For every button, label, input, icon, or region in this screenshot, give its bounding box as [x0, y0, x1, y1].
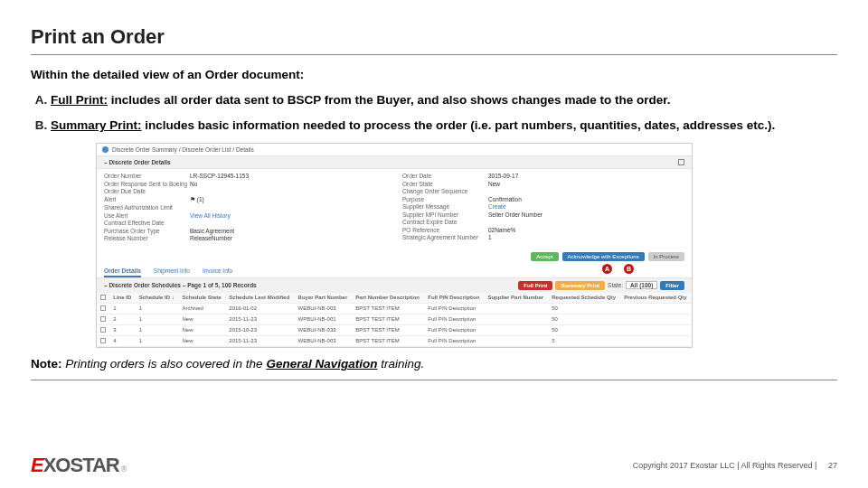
- field-value: LR-SSCP-12945-1153: [190, 173, 249, 179]
- field-row: Shared Authorization Limit: [104, 204, 386, 211]
- in-process-button[interactable]: In Process: [648, 252, 684, 261]
- state-select[interactable]: All (100): [626, 281, 657, 289]
- item-label: Summary Print:: [51, 118, 142, 132]
- cell: 4: [109, 335, 135, 346]
- cell: 2: [109, 314, 135, 324]
- table-row[interactable]: 31New2015-10-23WEBUI-NB-033BPST TEST ITE…: [97, 324, 692, 335]
- field-value: ⚑ (1): [190, 196, 204, 203]
- field-label: Strategic Agreement Number: [402, 234, 488, 240]
- cell: 1: [136, 335, 179, 346]
- column-header[interactable]: Buyer Part Number: [295, 293, 353, 304]
- copyright-text: Copyright 2017 Exostar LLC | All Rights …: [633, 461, 817, 470]
- table-row[interactable]: 41New2015-11-23WEBUI-NB-003BPST TEST ITE…: [97, 335, 692, 346]
- schedules-header: – Discrete Order Schedules – Page 1 of 5…: [97, 278, 692, 293]
- column-header[interactable]: Full P/N Description: [424, 293, 484, 304]
- breadcrumb-text: Discrete Order Summary / Discrete Order …: [112, 146, 254, 153]
- note: Note: Printing orders is also covered in…: [31, 357, 837, 380]
- field-value[interactable]: View All History: [190, 212, 231, 219]
- cell: [620, 324, 692, 335]
- cell: BPST TEST ITEM: [352, 324, 424, 335]
- column-header[interactable]: Schedule State: [178, 293, 225, 304]
- cell: WPBUI-NB-001: [295, 314, 353, 324]
- column-header[interactable]: Schedule ID ↓: [136, 293, 179, 304]
- field-row: Contract Effective Date: [104, 220, 386, 226]
- tab-shipment-info[interactable]: Shipment Info: [154, 267, 190, 277]
- filter-button[interactable]: Filter: [660, 281, 684, 290]
- schedules-title: – Discrete Order Schedules – Page 1 of 5…: [104, 282, 257, 288]
- column-header[interactable]: Schedule Last Modified: [225, 293, 294, 304]
- full-print-button[interactable]: Full Print: [518, 281, 552, 290]
- home-icon[interactable]: [102, 146, 108, 153]
- cell: [484, 314, 548, 324]
- field-value: 02Name%: [488, 227, 515, 233]
- note-body: Printing orders is also covered in the: [65, 357, 266, 371]
- cell: [484, 324, 548, 335]
- checkbox[interactable]: [100, 327, 106, 333]
- state-label: State:: [608, 282, 623, 288]
- edit-icon[interactable]: [678, 159, 684, 165]
- logo-e: E: [31, 454, 43, 477]
- field-row: Order Date2015-09-17: [402, 173, 684, 179]
- column-header[interactable]: [97, 293, 109, 304]
- checkbox[interactable]: [100, 305, 106, 311]
- panel-title: – Discrete Order Details: [104, 159, 171, 165]
- summary-print-button[interactable]: Summary Print: [555, 281, 605, 290]
- cell: Full P/N Description: [424, 335, 484, 346]
- column-header[interactable]: Part Number Description: [352, 293, 424, 304]
- footer: EXOSTAR® Copyright 2017 Exostar LLC | Al…: [31, 454, 837, 477]
- field-label: Supplier MPI Number: [402, 211, 488, 218]
- ack-exceptions-button[interactable]: Acknowledge with Exceptions: [562, 252, 645, 261]
- cell: [620, 303, 692, 314]
- checkbox[interactable]: [100, 338, 106, 343]
- list-item: Summary Print: includes basic informatio…: [51, 117, 837, 134]
- field-row: PO Reference02Name%: [402, 227, 684, 233]
- copyright: Copyright 2017 Exostar LLC | All Rights …: [633, 461, 837, 470]
- field-label: Use Alert: [104, 212, 190, 219]
- cell: Full P/N Description: [424, 314, 484, 324]
- cell: 2015-10-23: [225, 324, 294, 335]
- field-row: PurposeConfirmation: [402, 196, 684, 202]
- cell: Archived: [178, 303, 225, 314]
- column-header[interactable]: Line ID: [109, 293, 135, 304]
- field-value: ReleaseNumber: [190, 235, 232, 241]
- field-label: Purchase Order Type: [104, 228, 190, 234]
- cell: 50: [548, 324, 620, 335]
- field-row: Contract Expire Date: [402, 219, 684, 225]
- details-grid: Order NumberLR-SSCP-12945-1153Order Resp…: [97, 169, 692, 249]
- cell: New: [178, 335, 225, 346]
- field-label: Order Number: [104, 173, 190, 179]
- cell: BPST TEST ITEM: [352, 314, 424, 324]
- note-tail: training.: [377, 357, 424, 371]
- intro-text: Within the detailed view of an Order doc…: [31, 68, 837, 81]
- cell: 2015-11-23: [225, 335, 294, 346]
- item-desc: includes basic information needed to pro…: [142, 118, 776, 132]
- checkbox[interactable]: [100, 316, 106, 322]
- cell: New: [178, 324, 225, 335]
- field-label: Contract Effective Date: [104, 220, 190, 226]
- tab-order-details[interactable]: Order Details: [104, 267, 141, 277]
- field-value: 2015-09-17: [488, 173, 518, 179]
- column-header[interactable]: Previous Requested Qty: [620, 293, 692, 304]
- callout-marker-a: A: [602, 264, 612, 274]
- item-label: Full Print:: [51, 93, 108, 107]
- cell: 1: [109, 303, 135, 314]
- table-row[interactable]: 11Archived2016-01-02WEBUI-NB-003BPST TES…: [97, 303, 692, 314]
- cell: Full P/N Description: [424, 303, 484, 314]
- field-value[interactable]: Create: [488, 203, 506, 210]
- logo-rest: XOSTAR: [43, 454, 119, 477]
- cell: [620, 314, 692, 324]
- accept-button[interactable]: Accept: [531, 252, 558, 261]
- tab-invoice-info[interactable]: Invoice Info: [203, 267, 232, 277]
- checkbox[interactable]: [100, 295, 106, 300]
- field-label: Alert: [104, 196, 190, 203]
- note-link: General Navigation: [266, 357, 377, 371]
- callout-marker-b: B: [624, 264, 634, 274]
- cell: 50: [548, 303, 620, 314]
- table-row[interactable]: 21New2015-11-23WPBUI-NB-001BPST TEST ITE…: [97, 314, 692, 324]
- field-label: Contract Expire Date: [402, 219, 488, 225]
- column-header[interactable]: Requested Schedule Qty: [548, 293, 620, 304]
- cell: Full P/N Description: [424, 324, 484, 335]
- registered-icon: ®: [121, 465, 127, 474]
- field-value: Confirmation: [488, 196, 522, 202]
- column-header[interactable]: Supplier Part Number: [484, 293, 548, 304]
